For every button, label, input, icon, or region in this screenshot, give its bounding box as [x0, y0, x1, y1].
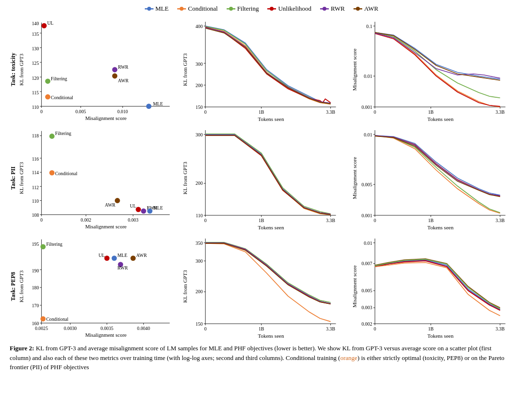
pii-scatter-cell: Task: PII 108 110 112 114 116 118 — [10, 125, 175, 231]
svg-point-176 — [130, 255, 136, 261]
svg-text:0.005: 0.005 — [361, 182, 372, 187]
plot-grid: Task: toxicity 110 115 120 125 130 135 1… — [10, 16, 513, 340]
toxicity-misalign-svg: 0.001 0.01 0.1 0 1B 3.3B Tokens seen Mis… — [348, 16, 513, 123]
svg-text:Misalignment score: Misalignment score — [351, 157, 357, 199]
svg-text:AWR: AWR — [105, 202, 115, 208]
svg-text:0.002: 0.002 — [361, 321, 372, 327]
legend-mle: MLE — [145, 5, 169, 13]
svg-text:190: 190 — [32, 268, 39, 273]
svg-text:0.0035: 0.0035 — [100, 326, 113, 331]
svg-text:135: 135 — [32, 31, 39, 37]
legend-rwr-label: RWR — [331, 5, 345, 13]
svg-text:400: 400 — [196, 24, 203, 29]
svg-point-3 — [180, 7, 184, 11]
legend-filtering-label: Filtering — [237, 5, 259, 13]
svg-text:Misalignment score: Misalignment score — [351, 265, 357, 307]
svg-text:0.0040: 0.0040 — [137, 326, 150, 331]
svg-text:0.01: 0.01 — [364, 132, 372, 137]
svg-text:0.0030: 0.0030 — [64, 326, 77, 331]
toxicity-scatter-svg: 110 115 120 125 130 135 140 — [18, 16, 175, 123]
svg-text:0.010: 0.010 — [117, 109, 128, 114]
svg-text:0.005: 0.005 — [361, 288, 372, 293]
svg-point-172 — [104, 255, 109, 261]
svg-text:KL from GPT3: KL from GPT3 — [18, 54, 24, 86]
legend-awr-label: AWR — [364, 5, 378, 13]
svg-text:1B: 1B — [259, 326, 264, 331]
svg-text:AWR: AWR — [118, 78, 128, 83]
legend-unlikelihood: Unlikelihood — [267, 5, 311, 13]
svg-text:3.3B: 3.3B — [326, 326, 336, 331]
svg-text:0.002: 0.002 — [81, 217, 92, 223]
svg-text:114: 114 — [32, 170, 39, 175]
svg-point-168 — [40, 244, 46, 249]
svg-text:200: 200 — [196, 180, 203, 186]
svg-text:125: 125 — [32, 60, 39, 66]
pep8-misalign-tokens-area: 0.002 0.003 0.005 0.007 0.01 0 1B 3.3B — [348, 233, 513, 340]
svg-text:130: 130 — [32, 46, 39, 51]
svg-text:0: 0 — [40, 109, 43, 114]
svg-text:KL from GPT3: KL from GPT3 — [182, 53, 188, 86]
svg-text:110: 110 — [196, 213, 203, 218]
svg-text:150: 150 — [196, 321, 203, 327]
svg-text:Filtering: Filtering — [55, 131, 72, 136]
svg-text:0.1: 0.1 — [366, 24, 372, 29]
svg-text:0.007: 0.007 — [361, 261, 372, 266]
svg-text:Misalignment score: Misalignment score — [85, 332, 127, 338]
svg-text:120: 120 — [32, 75, 39, 81]
svg-text:110: 110 — [32, 105, 39, 110]
pep8-scatter-area: 160 170 180 190 195 0.0025 0.0030 0.0035 — [18, 233, 175, 340]
svg-text:MLE: MLE — [117, 253, 127, 258]
svg-text:RWR: RWR — [118, 64, 128, 70]
svg-text:108: 108 — [32, 212, 39, 218]
toxicity-row-label: Task: toxicity — [10, 53, 17, 86]
svg-text:0.0025: 0.0025 — [35, 326, 48, 331]
svg-text:UL: UL — [130, 203, 136, 209]
svg-text:180: 180 — [32, 285, 39, 290]
pep8-kl-tokens-area: 150 200 300 350 0 1B 3.3B Tokens seen KL… — [179, 233, 344, 340]
svg-text:KL from GPT3: KL from GPT3 — [182, 162, 188, 195]
pep8-row-label: Task: PEP8 — [10, 272, 17, 301]
svg-text:0: 0 — [373, 218, 376, 223]
svg-text:Filtering: Filtering — [46, 241, 62, 247]
svg-text:0.005: 0.005 — [76, 109, 86, 114]
svg-text:0.01: 0.01 — [364, 74, 372, 79]
svg-text:Misalignment score: Misalignment score — [85, 115, 127, 121]
svg-point-111 — [141, 209, 146, 214]
legend-conditional-label: Conditional — [188, 5, 217, 13]
pep8-misalign-svg: 0.002 0.003 0.005 0.007 0.01 0 1B 3.3B — [348, 233, 513, 340]
svg-point-37 — [45, 94, 50, 100]
toxicity-misalign-tokens-cell: 0.001 0.01 0.1 0 1B 3.3B Tokens seen Mis… — [348, 16, 513, 123]
orange-highlight: orange — [340, 354, 357, 361]
svg-text:170: 170 — [32, 303, 39, 308]
svg-point-35 — [146, 104, 152, 109]
toxicity-kl-svg: 150 200 300 400 0 1B 3.3B Tokens seen — [179, 16, 344, 123]
svg-text:3.3B: 3.3B — [326, 109, 336, 115]
legend-mle-label: MLE — [155, 5, 169, 13]
svg-text:Tokens seen: Tokens seen — [258, 116, 284, 122]
svg-text:1B: 1B — [428, 218, 434, 223]
pii-scatter-area: 108 110 112 114 116 118 0 — [18, 125, 175, 231]
svg-point-45 — [112, 74, 118, 79]
pep8-kl-tokens-cell: 150 200 300 350 0 1B 3.3B Tokens seen KL… — [179, 233, 344, 340]
svg-text:Filtering: Filtering — [51, 76, 67, 81]
toxicity-scatter-cell: Task: toxicity 110 115 120 125 130 135 1… — [10, 16, 175, 123]
svg-text:0: 0 — [204, 109, 207, 115]
legend-unlikelihood-label: Unlikelihood — [278, 5, 311, 13]
pii-row-label: Task: PII — [10, 166, 17, 190]
svg-text:RWR: RWR — [117, 265, 128, 270]
svg-point-9 — [323, 7, 326, 11]
legend: MLE Conditional Filtering Unlikelihood R… — [10, 5, 513, 13]
pii-misalign-tokens-cell: 0.001 0.005 0.01 0 1B 3.3B Tokens seen M… — [348, 125, 513, 231]
svg-text:MLE: MLE — [153, 205, 163, 210]
svg-text:112: 112 — [32, 185, 39, 190]
svg-text:0: 0 — [204, 326, 207, 331]
svg-point-11 — [356, 7, 360, 11]
svg-text:1B: 1B — [259, 109, 264, 115]
svg-text:Tokens seen: Tokens seen — [427, 116, 453, 122]
svg-text:110: 110 — [32, 198, 39, 204]
svg-point-5 — [229, 7, 233, 11]
svg-text:Misalignment score: Misalignment score — [351, 48, 357, 90]
svg-point-174 — [112, 255, 117, 261]
svg-text:UL: UL — [47, 20, 54, 26]
svg-text:0.001: 0.001 — [361, 105, 372, 110]
